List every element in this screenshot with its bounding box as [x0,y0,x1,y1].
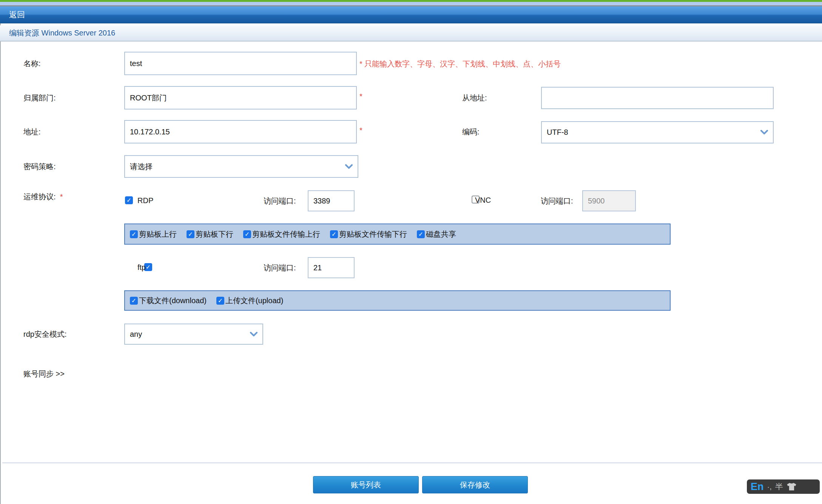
protocol-label: 运维协议: * [23,193,63,201]
ime-halfwidth-indicator[interactable]: 半 [775,481,783,492]
clipboard-up-label: 剪贴板上行 [139,229,177,239]
ime-language-indicator[interactable]: En [751,479,764,494]
edit-resource-page: 返回 编辑资源 Windows Server 2016 名称: * 只能输入数字… [0,0,822,504]
clipboard-file-down-label: 剪贴板文件传输下行 [339,229,407,239]
topbar: 返回 [0,6,822,23]
download-label: 下载文件(download) [139,296,207,306]
encoding-label: 编码: [462,128,480,136]
ftp-checkbox-label: ftp [137,263,146,271]
rdp-options-bar: 剪贴板上行 剪贴板下行 剪贴板文件传输上行 剪贴板文件传输下行 磁盘共享 [124,223,671,245]
download-option: 下载文件(download) [130,296,207,306]
upload-checkbox[interactable] [216,297,224,305]
rdp-checkbox[interactable] [125,196,133,204]
vnc-port-input [582,190,636,211]
save-changes-button[interactable]: 保存修改 [422,476,528,493]
clipboard-file-up-label: 剪贴板文件传输上行 [252,229,320,239]
rdp-port-input[interactable] [308,190,355,211]
chevron-down-icon [345,164,353,169]
upload-option: 上传文件(upload) [216,296,283,306]
clipboard-file-up-checkbox[interactable] [243,230,251,238]
titlebar: 编辑资源 Windows Server 2016 [0,25,822,42]
page-title: 编辑资源 Windows Server 2016 [9,25,115,41]
clipboard-down-option: 剪贴板下行 [187,229,233,239]
ftp-options-bar: 下载文件(download) 上传文件(upload) [124,290,671,311]
clipboard-file-up-option: 剪贴板文件传输上行 [243,229,320,239]
department-label: 归属部门: [23,94,56,102]
ftp-port-label: 访问端口: [264,264,296,272]
vnc-checkbox-label: VNC [475,196,491,204]
chevron-down-icon [760,130,768,135]
clipboard-up-checkbox[interactable] [130,230,138,238]
back-button[interactable]: 返回 [9,6,25,23]
rdp-checkbox-label: RDP [137,196,153,205]
protocol-required-mark: * [60,193,63,201]
rdp-security-mode-select[interactable]: any [124,324,263,345]
ime-skin-shirt-icon[interactable] [787,482,797,491]
disk-share-label: 磁盘共享 [426,229,456,239]
left-border-line [0,6,1,504]
clipboard-file-down-checkbox[interactable] [330,230,338,238]
department-required-mark: * [359,92,362,100]
clipboard-down-label: 剪贴板下行 [196,229,233,239]
clipboard-file-down-option: 剪贴板文件传输下行 [330,229,407,239]
account-sync-expander[interactable]: 账号同步 >> [23,370,65,378]
password-policy-label: 密码策略: [23,162,56,171]
rdp-security-mode-select-value: any [130,330,142,339]
encoding-select[interactable]: UTF-8 [541,121,774,143]
account-list-button[interactable]: 账号列表 [313,476,419,493]
protocol-label-text: 运维协议: [23,193,56,201]
name-label: 名称: [23,59,41,68]
name-input[interactable] [124,52,357,75]
rdp-port-label: 访问端口: [264,197,296,205]
clipboard-down-checkbox[interactable] [187,230,194,238]
chevron-down-icon [250,332,258,337]
from-address-label: 从地址: [462,94,487,102]
disk-share-checkbox[interactable] [417,230,425,238]
encoding-select-value: UTF-8 [547,128,568,137]
rdp-security-mode-label: rdp安全模式: [23,330,66,338]
top-lightblue-strip [0,2,822,5]
disk-share-option: 磁盘共享 [417,229,456,239]
ime-punctuation-indicator[interactable]: ·, [767,482,772,491]
address-label: 地址: [23,128,41,136]
footer-divider [2,462,822,463]
ime-statusbar[interactable]: En ·, 半 [747,479,820,494]
upload-label: 上传文件(upload) [225,296,283,306]
department-input[interactable] [124,86,357,109]
from-address-input[interactable] [541,87,774,109]
ftp-port-input[interactable] [308,257,355,278]
clipboard-up-option: 剪贴板上行 [130,229,177,239]
name-validation-hint: * 只能输入数字、字母、汉字、下划线、中划线、点、小括号 [359,59,561,68]
download-checkbox[interactable] [130,297,138,305]
address-input[interactable] [124,120,357,143]
vnc-port-label: 访问端口: [541,197,573,205]
password-policy-select-value: 请选择 [130,162,153,172]
address-required-mark: * [359,126,362,134]
password-policy-select[interactable]: 请选择 [124,155,358,178]
